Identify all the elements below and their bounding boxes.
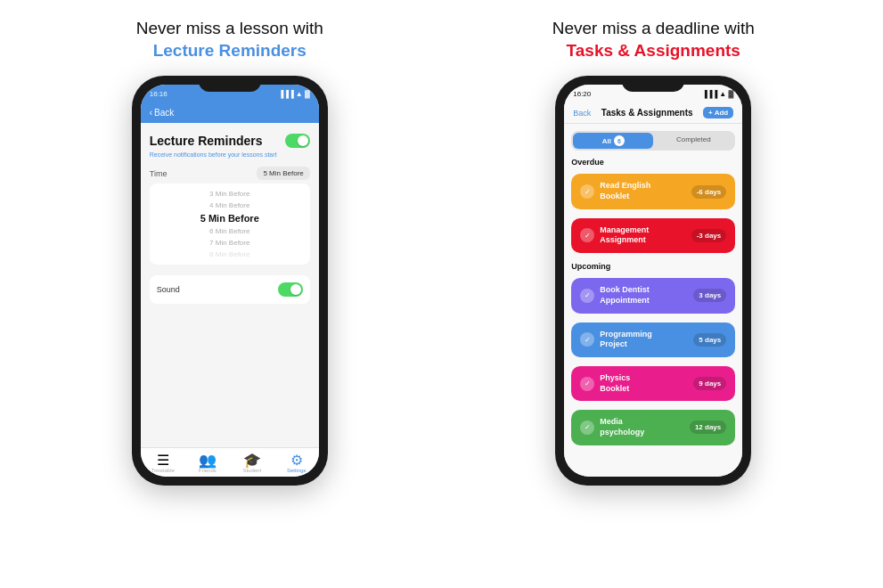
task-card-dentist[interactable]: ✓ Book DentistAppointment 3 days <box>571 278 735 313</box>
tasks-content: All 6 Completed Overdue ✓ Read EnglishBo… <box>564 124 742 477</box>
filter-count-badge: 6 <box>614 135 625 146</box>
friends-icon: 👥 <box>200 453 216 466</box>
task-card-programming[interactable]: ✓ ProgrammingProject 5 days <box>571 323 735 357</box>
filter-tab-completed[interactable]: Completed <box>653 133 733 149</box>
right-phone-screen: 16:20 ▐▐▐ ▲ ▓ Back Tasks & Assignments +… <box>564 85 742 477</box>
task-card-left: ✓ Book DentistAppointment <box>580 285 650 306</box>
task-days-media: 12 days <box>690 421 726 434</box>
tab-settings-label: Settings <box>287 468 307 473</box>
time-picker[interactable]: 3 Min Before 4 Min Before 5 Min Before 6… <box>150 184 310 265</box>
left-nav-bar: ‹ Back <box>141 102 319 123</box>
left-headline-highlight: Lecture Reminders <box>153 41 307 60</box>
right-headline-highlight: Tasks & Assignments <box>567 41 740 60</box>
right-back-button[interactable]: Back <box>573 109 591 118</box>
time-option-5-selected[interactable]: 5 Min Before <box>200 212 259 225</box>
task-check-icon: ✓ <box>580 421 594 435</box>
tab-settings[interactable]: ⚙ Settings <box>274 453 319 473</box>
lecture-toggle[interactable] <box>285 134 310 148</box>
add-task-button[interactable]: + Add <box>703 107 733 118</box>
time-option-7[interactable]: 7 Min Before <box>209 238 249 248</box>
tab-timetable[interactable]: ☰ Timetable <box>141 453 185 473</box>
task-name-dentist: Book DentistAppointment <box>600 285 650 306</box>
left-back-chevron: ‹ <box>150 108 152 118</box>
tab-timetable-label: Timetable <box>151 468 175 473</box>
page-container: Never miss a lesson with Lecture Reminde… <box>18 18 865 486</box>
time-label: Time <box>150 169 168 178</box>
student-icon: 🎓 <box>244 453 260 466</box>
task-days-read-english: -6 days <box>691 185 727 199</box>
right-phone-frame: 16:20 ▐▐▐ ▲ ▓ Back Tasks & Assignments +… <box>555 76 751 486</box>
right-status-icons: ▐▐▐ ▲ ▓ <box>702 90 733 98</box>
left-phone-screen: 16:16 ▐▐▐ ▲ ▓ ‹ Back Lecture Reminders <box>141 85 319 477</box>
task-days-physics: 9 days <box>693 377 726 390</box>
right-headline: Never miss a deadline with Tasks & Assig… <box>552 18 755 61</box>
task-card-left: ✓ Read EnglishBooklet <box>580 181 650 201</box>
overdue-label: Overdue <box>571 158 735 167</box>
filter-all-label: All <box>602 137 611 145</box>
right-nav-title: Tasks & Assignments <box>601 108 693 118</box>
left-phone-notch <box>199 76 261 92</box>
task-days-programming: 5 days <box>693 333 726 347</box>
lecture-subtitle: Receive notifications before your lesson… <box>150 151 310 158</box>
task-card-media[interactable]: ✓ Mediapsychology 12 days <box>571 410 735 445</box>
timetable-icon: ☰ <box>155 453 171 466</box>
task-check-icon: ✓ <box>580 377 594 391</box>
right-status-time: 16:20 <box>573 90 591 98</box>
lecture-content: Lecture Reminders Receive notifications … <box>141 123 319 447</box>
task-card-left: ✓ ProgrammingProject <box>580 330 652 350</box>
task-card-left: ✓ PhysicsBooklet <box>580 373 630 394</box>
left-headline: Never miss a lesson with Lecture Reminde… <box>136 18 323 61</box>
task-check-icon: ✓ <box>580 228 594 242</box>
right-phone-notch <box>622 76 684 92</box>
task-check-icon: ✓ <box>580 184 594 199</box>
left-status-time: 16:16 <box>150 90 168 98</box>
left-back-button[interactable]: ‹ Back <box>150 108 175 118</box>
time-option-6[interactable]: 6 Min Before <box>209 226 249 236</box>
sound-toggle[interactable] <box>278 282 303 297</box>
left-section: Never miss a lesson with Lecture Reminde… <box>18 18 442 486</box>
left-tab-bar: ☰ Timetable 👥 Friends 🎓 Student ⚙ Settin… <box>141 447 319 477</box>
task-card-management[interactable]: ✓ ManagementAssignment -3 days <box>571 218 735 253</box>
filter-tab-all[interactable]: All 6 <box>573 133 653 149</box>
tab-student[interactable]: 🎓 Student <box>230 453 274 473</box>
upcoming-label: Upcoming <box>571 262 735 271</box>
time-option-3[interactable]: 3 Min Before <box>209 189 249 199</box>
task-name-read-english: Read EnglishBooklet <box>600 181 650 201</box>
sound-row: Sound <box>150 275 310 304</box>
task-name-media: Mediapsychology <box>600 417 644 437</box>
settings-icon: ⚙ <box>289 453 305 466</box>
task-check-icon: ✓ <box>580 289 594 303</box>
task-card-left: ✓ Mediapsychology <box>580 417 644 437</box>
left-back-label: Back <box>154 108 174 118</box>
lecture-title: Lecture Reminders <box>150 134 263 148</box>
filter-tabs: All 6 Completed <box>571 131 735 151</box>
task-name-programming: ProgrammingProject <box>600 330 652 350</box>
tab-friends-label: Friends <box>199 468 217 473</box>
task-days-management: -3 days <box>691 229 727 242</box>
time-option-4[interactable]: 4 Min Before <box>209 200 249 210</box>
time-badge: 5 Min Before <box>257 167 309 180</box>
right-nav-bar: Back Tasks & Assignments + Add <box>564 102 742 124</box>
sound-label: Sound <box>157 285 180 294</box>
left-phone-frame: 16:16 ▐▐▐ ▲ ▓ ‹ Back Lecture Reminders <box>132 76 328 486</box>
task-card-read-english[interactable]: ✓ Read EnglishBooklet -6 days <box>571 174 735 208</box>
lecture-header: Lecture Reminders <box>150 134 310 148</box>
tab-friends[interactable]: 👥 Friends <box>185 453 230 473</box>
left-status-icons: ▐▐▐ ▲ ▓ <box>279 90 310 98</box>
right-section: Never miss a deadline with Tasks & Assig… <box>442 18 866 486</box>
time-option-8[interactable]: 8 Min Before <box>209 249 249 259</box>
task-days-dentist: 3 days <box>693 289 726 302</box>
task-name-management: ManagementAssignment <box>600 225 649 246</box>
task-card-physics[interactable]: ✓ PhysicsBooklet 9 days <box>571 366 735 401</box>
tab-student-label: Student <box>242 468 261 473</box>
task-name-physics: PhysicsBooklet <box>600 373 630 394</box>
task-card-left: ✓ ManagementAssignment <box>580 225 649 246</box>
right-headline-pre: Never miss a deadline with <box>552 19 755 37</box>
task-check-icon: ✓ <box>580 332 594 347</box>
left-headline-pre: Never miss a lesson with <box>136 19 323 37</box>
